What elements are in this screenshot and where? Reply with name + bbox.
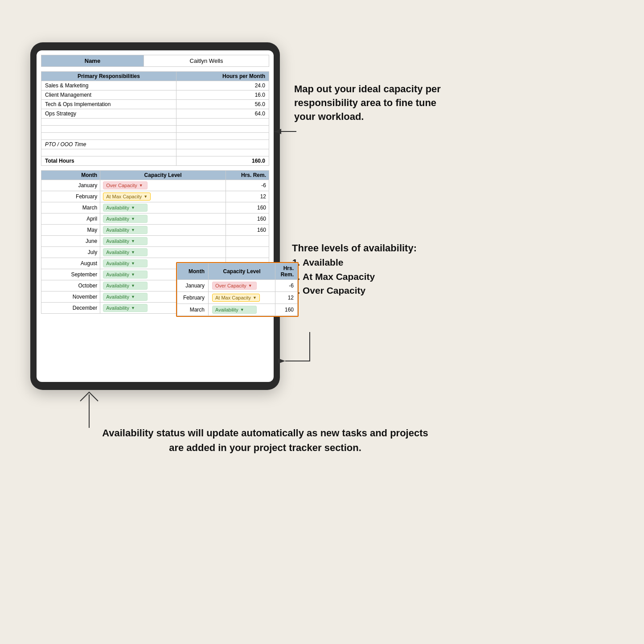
annotation-levels: Three levels of availability: Available … [292,241,457,298]
status-badge: At Max Capacity▼ [103,193,151,201]
status-badge: Availability▼ [103,293,148,301]
resp-cell-name [41,149,176,156]
resp-row [41,119,269,126]
cap-cell-level[interactable]: At Max Capacity▼ [209,292,275,304]
cap-cell-level[interactable]: Availability▼ [100,247,226,258]
arrow-levels-icon [281,330,312,367]
cap-cell-hrs [226,236,269,247]
cap-cell-month: February [177,292,209,304]
cap-cell-month: August [41,258,100,269]
cap-row: JanuaryOver Capacity▼-6 [177,280,298,292]
resp-cell-name: Sales & Marketing [41,81,176,90]
cap-row: FebruaryAt Max Capacity▼12 [177,292,298,304]
dropdown-arrow-icon: ▼ [248,283,252,288]
popup-table: Month Capacity Level Hrs. Rem. JanuaryOv… [177,263,298,316]
status-badge: Over Capacity▼ [103,181,148,189]
tablet-device: Name Caitlyn Wells Primary Responsibilit… [30,42,280,390]
annotation-map: Map out your ideal capacity per responsi… [294,82,455,123]
cap-row: FebruaryAt Max Capacity▼12 [41,191,269,202]
resp-header-name: Primary Responsibilities [41,72,176,81]
cap-cell-hrs: 160 [226,225,269,236]
resp-row [41,133,269,140]
cap-cell-month: March [177,304,209,316]
name-value-cell: Caitlyn Wells [144,55,269,67]
cap-row: JulyAvailability▼ [41,247,269,258]
resp-cell-name: Client Management [41,90,176,100]
cap-cell-level[interactable]: At Max Capacity▼ [100,191,226,202]
resp-cell-hours [176,140,269,149]
status-badge: Availability▼ [103,271,148,279]
dropdown-arrow-icon: ▼ [131,217,135,221]
dropdown-arrow-icon: ▼ [240,308,244,312]
resp-cell-hours: 16.0 [176,90,269,100]
resp-row [41,149,269,156]
status-badge: Availability▼ [103,248,148,256]
cap-cell-month: January [177,280,209,292]
cap-cell-level[interactable]: Availability▼ [100,236,226,247]
resp-cell-hours: 56.0 [176,100,269,109]
resp-row: PTO / OOO Time [41,140,269,149]
cap-header-month: Month [41,171,100,180]
cap-cell-month: April [41,213,100,225]
dropdown-arrow-icon: ▼ [131,272,135,277]
cap-cell-month: December [41,303,100,314]
cap-row: MarchAvailability▼160 [177,304,298,316]
cap-row: JanuaryOver Capacity▼-6 [41,180,269,191]
cap-header-level: Capacity Level [100,171,226,180]
resp-cell-hours: 24.0 [176,81,269,90]
status-badge: Availability▼ [212,306,257,314]
arrow-map-icon [272,125,299,140]
cap-cell-month: October [41,280,100,291]
resp-row: Ops Strategy64.0 [41,109,269,119]
resp-cell-hours [176,133,269,140]
cap-cell-month: September [41,269,100,280]
resp-cell-name [41,133,176,140]
cap-cell-level[interactable]: Availability▼ [100,202,226,213]
cap-row: JuneAvailability▼ [41,236,269,247]
cap-cell-hrs [226,247,269,258]
popup-header-month: Month [177,263,209,280]
cap-cell-level[interactable]: Over Capacity▼ [100,180,226,191]
cap-cell-month: March [41,202,100,213]
resp-cell-name: Ops Strategy [41,109,176,119]
tablet-screen: Name Caitlyn Wells Primary Responsibilit… [37,50,274,382]
responsibilities-table: Primary Responsibilities Hours per Month… [41,71,269,166]
resp-row: Client Management16.0 [41,90,269,100]
cap-cell-level[interactable]: Availability▼ [100,213,226,225]
dropdown-arrow-icon: ▼ [253,295,257,300]
cap-row: MayAvailability▼160 [41,225,269,236]
popup-header-level: Capacity Level [209,263,275,280]
resp-cell-hours [176,119,269,126]
cap-cell-level[interactable]: Availability▼ [100,225,226,236]
dropdown-arrow-icon: ▼ [131,283,135,288]
status-badge: Availability▼ [103,282,148,290]
name-table: Name Caitlyn Wells [41,55,269,67]
resp-header-hours: Hours per Month [176,72,269,81]
status-badge: Availability▼ [103,259,148,267]
dropdown-arrow-icon: ▼ [131,228,135,232]
cap-cell-level[interactable]: Over Capacity▼ [209,280,275,292]
annotation-bottom: Availability status will update automati… [98,426,432,455]
cap-cell-month: January [41,180,100,191]
popup-header-hrs: Hrs. Rem. [275,263,298,280]
cap-row: AprilAvailability▼160 [41,213,269,225]
cap-cell-level[interactable]: Availability▼ [209,304,275,316]
cap-cell-hrs: 160 [226,202,269,213]
resp-row [41,126,269,133]
resp-cell-name [41,119,176,126]
cap-header-hrs: Hrs. Rem. [226,171,269,180]
status-badge: Availability▼ [103,237,148,245]
cap-cell-hrs: 160 [226,213,269,225]
cap-cell-month: November [41,291,100,303]
status-badge: Over Capacity▼ [212,282,257,290]
total-label: Total Hours [41,156,176,166]
arrow-bottom-icon [78,390,100,432]
cap-cell-month: February [41,191,100,202]
status-badge: Availability▼ [103,226,148,234]
dropdown-arrow-icon: ▼ [139,183,143,188]
resp-cell-hours: 64.0 [176,109,269,119]
cap-cell-hrs: 160 [275,304,298,316]
resp-cell-name [41,126,176,133]
dropdown-arrow-icon: ▼ [131,239,135,243]
resp-row: Tech & Ops Implementation56.0 [41,100,269,109]
